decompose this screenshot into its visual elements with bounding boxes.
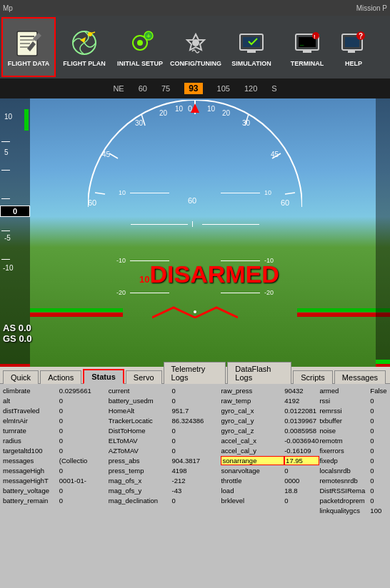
table-cell: 4192 <box>284 397 319 405</box>
svg-point-11 <box>192 39 199 46</box>
pitch-line-10: 10 10 <box>114 189 276 196</box>
table-row: messages(Collectiopress_abs904.3817sonar… <box>3 455 387 465</box>
alt-tick-5 <box>1 259 10 260</box>
compass-75: 75 <box>161 84 170 93</box>
table-cell: 0 <box>370 487 387 495</box>
nav-config-tuning[interactable]: CONFIG/TUNING <box>169 17 223 77</box>
svg-line-30 <box>109 153 118 158</box>
table-cell: turnrate <box>3 427 59 435</box>
tab-dataflash-logs[interactable]: DataFlash Logs <box>227 362 291 384</box>
table-cell: -43 <box>171 487 221 495</box>
svg-text:10: 10 <box>207 105 216 113</box>
aircraft-symbol <box>152 303 238 323</box>
status-data-table: climbrate0.0295661current0raw_press90432… <box>0 384 390 585</box>
config-tuning-icon <box>180 27 211 59</box>
alt-mark-5: 5 <box>4 148 9 156</box>
alt-tick-1 <box>1 141 10 142</box>
table-cell: 0.0122081 <box>284 407 319 415</box>
compass-strip: NE 60 75 93 105 120 S <box>113 83 276 94</box>
table-cell: 0 <box>59 497 109 505</box>
table-cell: accel_cal_x <box>221 437 284 445</box>
table-cell: remotm <box>319 437 370 445</box>
alt-tick-4 <box>1 230 10 231</box>
table-cell: gyro_cal_x <box>221 407 284 415</box>
table-cell: throttle <box>221 477 284 485</box>
svg-point-8 <box>137 40 143 46</box>
tab-actions[interactable]: Actions <box>40 370 81 384</box>
table-cell: 0 <box>59 407 109 415</box>
tab-scripts[interactable]: Scripts <box>293 370 333 384</box>
svg-text:45: 45 <box>271 151 279 158</box>
table-cell: noise <box>319 427 370 435</box>
app-short-label: Mp <box>3 4 13 12</box>
table-cell: 0 <box>59 437 109 445</box>
svg-rect-24 <box>348 50 355 53</box>
nav-flight-plan[interactable]: FLIGHT PLAN <box>57 17 111 77</box>
nav-initial-setup[interactable]: + INITIAL SETUP <box>113 17 167 77</box>
table-cell: HomeAlt <box>109 407 172 415</box>
tab-bar: Quick Actions Status Servo Telemetry Log… <box>0 367 390 384</box>
table-cell: remrssi <box>319 407 370 415</box>
tab-status[interactable]: Status <box>83 369 124 384</box>
compass-s: S <box>271 84 276 93</box>
bottom-panel: Quick Actions Status Servo Telemetry Log… <box>0 367 390 588</box>
compass-105: 105 <box>217 84 230 93</box>
tab-messages[interactable]: Messages <box>334 370 386 384</box>
tab-quick[interactable]: Quick <box>3 370 39 384</box>
compass-120: 120 <box>244 84 257 93</box>
table-cell: DistRSSIRema <box>319 487 370 495</box>
svg-rect-23 <box>345 37 359 47</box>
right-green-strip <box>376 360 390 364</box>
disarmed-container: 10 DISARMED <box>139 260 279 288</box>
table-cell: raw_temp <box>221 397 284 405</box>
tab-telemetry-logs[interactable]: Telemetry Logs <box>164 362 226 384</box>
pitch-line-0 <box>131 221 259 227</box>
airspeed-label: AS 0.0 <box>3 323 31 333</box>
table-cell: 100 <box>370 507 387 514</box>
table-cell: 0 <box>171 437 221 445</box>
top-bar: Mp Mission P <box>0 0 390 16</box>
table-cell: DistToHome <box>109 427 172 435</box>
table-cell: 0 <box>171 387 221 395</box>
svg-text:10: 10 <box>175 105 184 113</box>
table-cell: fixedp <box>319 457 370 465</box>
nav-simulation-label: SIMULATION <box>231 60 271 67</box>
svg-text:+: + <box>146 32 151 40</box>
table-cell: battery_voltage <box>3 487 59 495</box>
table-cell: 0 <box>171 447 221 455</box>
table-row: distTraveled0HomeAlt951.7gyro_cal_x0.012… <box>3 405 387 415</box>
nav-help[interactable]: ? HELP <box>336 17 371 77</box>
tab-servo[interactable]: Servo <box>126 370 162 384</box>
table-cell: 0 <box>171 397 221 405</box>
flight-data-icon <box>13 27 44 59</box>
alt-mark-10-top: 10 <box>4 113 12 121</box>
table-cell: 0.0085958 <box>284 427 319 435</box>
nav-simulation[interactable]: SIMULATION <box>224 17 279 77</box>
compass-60: 60 <box>139 84 147 93</box>
table-cell: radius <box>3 437 59 445</box>
table-cell: press_abs <box>109 457 172 465</box>
pitch-line-neg20: -20 -20 <box>114 289 276 296</box>
table-cell: fixerrors <box>319 447 370 455</box>
table-cell: elmInAir <box>3 417 59 425</box>
nav-terminal[interactable]: _ ! TERMINAL <box>280 17 334 77</box>
table-cell: brklevel <box>221 497 284 505</box>
table-cell: 0 <box>370 407 387 415</box>
nav-terminal-label: TERMINAL <box>291 60 324 67</box>
table-cell: 0.0139967 <box>284 417 319 425</box>
svg-text:45: 45 <box>102 151 111 158</box>
nav-flight-data[interactable]: FLIGHT DATA <box>1 17 56 77</box>
horizon-green-left <box>30 308 123 312</box>
alt-tick-3 <box>1 198 10 199</box>
table-cell: 951.7 <box>171 407 221 415</box>
svg-text:_: _ <box>300 39 304 46</box>
table-cell: 0 <box>59 447 109 455</box>
table-cell: 0 <box>370 437 387 445</box>
table-cell: 90432 <box>284 387 319 395</box>
table-cell: ELToMAV <box>109 437 172 445</box>
compass-ne: NE <box>113 84 124 93</box>
table-cell: 0000 <box>284 477 319 485</box>
table-cell: distTraveled <box>3 407 59 415</box>
table-cell: -0.0036940 <box>284 437 319 445</box>
table-cell: 0 <box>370 467 387 475</box>
